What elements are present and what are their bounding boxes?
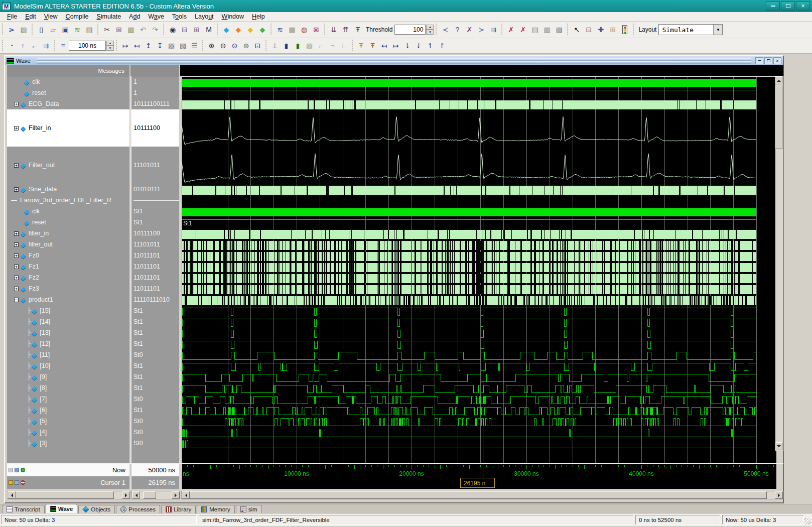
- scroll-left-button[interactable]: [182, 491, 190, 499]
- signal-value-Filter_in[interactable]: 10111100: [131, 109, 179, 147]
- menu-edit[interactable]: Edit: [21, 12, 40, 21]
- tab-memory[interactable]: Memory: [197, 505, 235, 513]
- combo-dropdown-icon[interactable]: ▼: [713, 25, 722, 35]
- zoom-cursor-icon[interactable]: ⊕: [240, 40, 252, 51]
- collapse-all-icon[interactable]: ⊟: [179, 24, 191, 36]
- values-scroll-thumb[interactable]: [143, 491, 156, 499]
- signal-row-clk[interactable]: ◆clk: [7, 76, 129, 87]
- maximize-button[interactable]: [781, 2, 795, 11]
- expand-box-icon[interactable]: +: [14, 287, 19, 291]
- vertical-scroll-thumb[interactable]: [775, 85, 782, 149]
- signal-row-Sine_data[interactable]: +◆Sine_data: [7, 184, 129, 195]
- paste-icon[interactable]: ▥: [125, 24, 137, 36]
- full-names-icon[interactable]: ▮: [281, 40, 292, 51]
- scroll-right-button[interactable]: [122, 491, 130, 499]
- zoom-range-icon[interactable]: ⊡: [252, 40, 263, 51]
- expand-box-icon[interactable]: +: [14, 163, 19, 168]
- edit-cursor-icon[interactable]: [15, 480, 19, 485]
- signal-value-reset[interactable]: St1: [131, 217, 179, 228]
- signal-value-8[interactable]: St1: [131, 382, 179, 393]
- select-cursor-icon[interactable]: ↖: [571, 24, 583, 36]
- undo-icon[interactable]: ↶: [137, 24, 149, 36]
- event-add-icon[interactable]: ⌐: [315, 40, 327, 51]
- expand-box-icon[interactable]: +: [14, 242, 19, 247]
- edit-grid-icon[interactable]: ⊞: [607, 24, 619, 36]
- menu-compile[interactable]: Compile: [62, 12, 93, 21]
- signal-value-Fz2[interactable]: 11011101: [131, 272, 179, 283]
- menu-help[interactable]: Help: [248, 12, 269, 21]
- save-icon[interactable]: ▣: [59, 24, 71, 36]
- menu-simulate[interactable]: Simulate: [92, 12, 125, 21]
- tab-library[interactable]: Library: [161, 505, 196, 513]
- signal-value-14[interactable]: St1: [131, 316, 179, 327]
- signal-row-14[interactable]: ├◆[14]: [7, 316, 129, 327]
- toolbar-group-handle[interactable]: [31, 24, 34, 36]
- path-names-icon[interactable]: ▮: [292, 40, 304, 51]
- signal-row-clk[interactable]: ◆clk: [7, 206, 129, 217]
- expand-box-icon[interactable]: +: [14, 126, 19, 130]
- wave-vertical-scrollbar[interactable]: [775, 76, 783, 451]
- up-arrow-icon[interactable]: ↑: [17, 40, 29, 51]
- names-horizontal-scrollbar[interactable]: [7, 491, 130, 499]
- signal-row-Fz3[interactable]: +◆Fz3: [7, 283, 129, 294]
- run-next-icon[interactable]: ↧: [154, 40, 166, 51]
- signal-row-filter_out[interactable]: +◆filter_out: [7, 239, 129, 250]
- signal-row-Fz2[interactable]: +◆Fz2: [7, 272, 129, 283]
- forward-arrow-icon[interactable]: ⇉: [40, 40, 52, 51]
- log-icon[interactable]: ◔: [6, 40, 17, 51]
- scroll-right-button[interactable]: [775, 491, 783, 499]
- spin-down-icon[interactable]: ▼: [106, 46, 114, 51]
- prev-assertion-icon[interactable]: ≺: [439, 24, 451, 36]
- menu-layout[interactable]: Layout: [191, 12, 218, 21]
- break-x2-icon[interactable]: ✗: [517, 24, 529, 36]
- back-arrow-icon[interactable]: ←: [29, 40, 40, 51]
- toolbar-group-handle[interactable]: [500, 24, 504, 36]
- add-list-icon[interactable]: ▦: [286, 24, 298, 36]
- wave-scroll-thumb[interactable]: [190, 491, 767, 499]
- spin-up-icon[interactable]: ▲: [426, 25, 434, 30]
- dataset-close-icon[interactable]: ◆: [256, 24, 268, 36]
- menu-wave[interactable]: Wave: [144, 12, 168, 21]
- signal-row-4[interactable]: ├◆[4]: [7, 427, 129, 438]
- signal-row-product1[interactable]: −◆product1: [7, 294, 129, 305]
- scroll-up-button[interactable]: [775, 76, 782, 84]
- delete-wave-icon[interactable]: ⊠: [310, 24, 322, 36]
- dataset-snapshot-icon[interactable]: ◆: [244, 24, 256, 36]
- toolbar-group-handle[interactable]: [201, 40, 205, 52]
- timeline-ruler[interactable]: [182, 464, 776, 489]
- scroll-down-button[interactable]: [775, 442, 782, 450]
- run-length-spinner[interactable]: ▲▼: [106, 41, 114, 51]
- toolbar-group-handle[interactable]: [216, 24, 219, 36]
- toolbar-group-handle[interactable]: [96, 24, 100, 36]
- tab-transcript[interactable]: Transcript: [2, 505, 45, 513]
- signal-row-Fz1[interactable]: +◆Fz1: [7, 261, 129, 272]
- signal-row-5[interactable]: ├◆[5]: [7, 416, 129, 427]
- toolbar-group-handle[interactable]: [53, 40, 56, 52]
- layout-combo[interactable]: Simulate▼: [658, 24, 723, 35]
- expand-box-icon[interactable]: +: [14, 187, 19, 192]
- now-tool-icon-1[interactable]: [9, 468, 13, 472]
- signal-row-12[interactable]: ├◆[12]: [7, 338, 129, 349]
- scroll-right-button[interactable]: [172, 491, 180, 499]
- page2-icon[interactable]: ▥: [541, 24, 553, 36]
- wave-canvas[interactable]: [182, 77, 776, 463]
- close-button[interactable]: ×: [796, 2, 810, 11]
- toolbar-group-handle[interactable]: [323, 24, 327, 36]
- prev-transition-icon[interactable]: ↤: [378, 40, 390, 51]
- signal-value-9[interactable]: St1: [131, 371, 179, 382]
- wave-window-titlebar[interactable]: Wave ×: [5, 56, 783, 65]
- page1-icon[interactable]: ▤: [529, 24, 541, 36]
- menu-tools[interactable]: Tools: [168, 12, 191, 21]
- signal-value-3[interactable]: St0: [131, 438, 179, 449]
- prev-falling-icon[interactable]: ⇂: [401, 40, 413, 51]
- signal-row-Fz0[interactable]: +◆Fz0: [7, 250, 129, 261]
- menu-window[interactable]: Window: [218, 12, 248, 21]
- resize-grip[interactable]: [804, 518, 811, 524]
- new-file-icon[interactable]: ▯: [35, 24, 47, 36]
- signal-value-clk[interactable]: St1: [131, 206, 179, 217]
- signal-value-7[interactable]: St0: [131, 393, 179, 405]
- now-tool-icon-3[interactable]: [21, 468, 25, 472]
- prev-rising-icon[interactable]: ↿: [425, 40, 436, 51]
- signal-row-3[interactable]: ├◆[3]: [7, 438, 129, 449]
- next-rising-icon[interactable]: ↾: [436, 40, 448, 51]
